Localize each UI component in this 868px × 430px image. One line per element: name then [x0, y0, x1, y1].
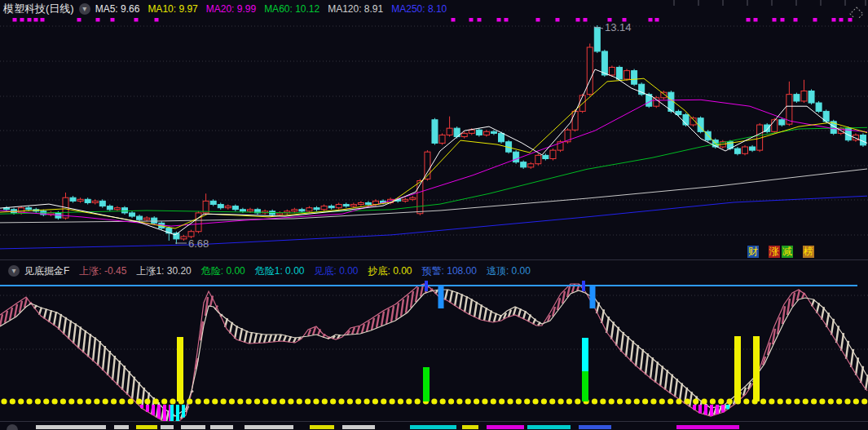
- clipped-text-fragment: [181, 425, 205, 429]
- indicator-name: 见底掘金F: [24, 264, 69, 278]
- chevron-down-icon[interactable]: ▾: [8, 265, 20, 277]
- corner-button-财[interactable]: 财: [747, 246, 759, 258]
- indicator-field-危险: 危险: 0.00: [201, 264, 245, 278]
- next-panel-clipped-header: [0, 422, 868, 430]
- clipped-text-fragment: [487, 425, 524, 429]
- main-chart-header: 模塑科技(日线) ▾ MA5: 9.66MA10: 9.97MA20: 9.99…: [0, 0, 868, 18]
- indicator-value-list: 上涨: -0.45上涨1: 30.20危险: 0.00危险1: 0.00见底: …: [79, 264, 540, 278]
- indicator-field-抄底: 抄底: 0.00: [368, 264, 412, 278]
- indicator-header: ▾ 见底掘金F 上涨: -0.45上涨1: 30.20危险: 0.00危险1: …: [0, 261, 868, 281]
- corner-button-group: 财涨减榜: [747, 246, 816, 259]
- clipped-text-fragment: [136, 425, 157, 429]
- panel-divider[interactable]: [0, 259, 868, 260]
- ma-label-ma60: MA60: 10.12: [264, 3, 319, 15]
- svg-text:6.68: 6.68: [188, 237, 209, 250]
- indicator-field-见底: 见底: 0.00: [314, 264, 358, 278]
- ma-label-ma120: MA120: 8.91: [328, 3, 383, 15]
- corner-button-涨[interactable]: 涨: [769, 246, 780, 258]
- candlestick-chart-canvas[interactable]: 13.146.68: [0, 18, 868, 259]
- clipped-text-fragment: [462, 425, 478, 429]
- chevron-down-icon[interactable]: ▾: [79, 3, 90, 15]
- clipped-text-fragment: [161, 425, 174, 429]
- indicator-chart-canvas[interactable]: [0, 281, 868, 421]
- clipped-text-fragment: [579, 425, 611, 429]
- corner-button-减[interactable]: 减: [782, 246, 793, 258]
- indicator-field-预警: 预警: 108.00: [422, 264, 477, 278]
- clipped-text-fragment: [342, 425, 375, 429]
- indicator-field-上涨: 上涨: -0.45: [79, 264, 126, 278]
- svg-text:13.14: 13.14: [605, 21, 632, 33]
- stock-app-window: 模塑科技(日线) ▾ MA5: 9.66MA10: 9.97MA20: 9.99…: [0, 0, 868, 430]
- clipped-text-fragment: [114, 425, 129, 429]
- clipped-text-fragment: [210, 425, 233, 429]
- corner-button-榜[interactable]: 榜: [803, 246, 814, 258]
- ma-label-ma5: MA5: 9.66: [95, 3, 140, 15]
- ma-label-ma250: MA250: 8.10: [391, 3, 447, 15]
- indicator-field-上涨1: 上涨1: 30.20: [136, 264, 191, 278]
- clipped-text-fragment: [527, 425, 571, 429]
- stock-title: 模塑科技(日线): [3, 2, 74, 16]
- indicator-field-危险1: 危险1: 0.00: [255, 264, 305, 278]
- ma-label-ma10: MA10: 9.97: [148, 3, 197, 15]
- indicator-field-逃顶: 逃顶: 0.00: [487, 264, 531, 278]
- clipped-text-fragment: [410, 425, 456, 429]
- clipped-text-fragment: [676, 425, 739, 429]
- ma-label-ma20: MA20: 9.99: [206, 3, 256, 15]
- ma-value-list: MA5: 9.66MA10: 9.97MA20: 9.99MA60: 10.12…: [95, 3, 456, 15]
- clipped-text-fragment: [310, 425, 334, 429]
- clipped-text-fragment: [36, 425, 106, 429]
- clipped-text-fragment: [245, 425, 293, 429]
- chevron-down-icon[interactable]: [7, 424, 18, 430]
